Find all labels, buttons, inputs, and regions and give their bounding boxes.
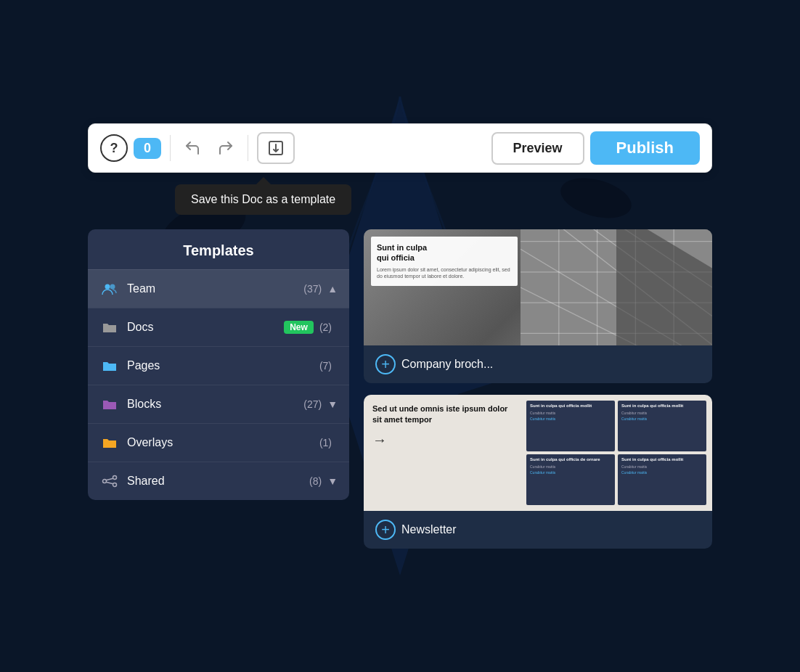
svg-point-6: [110, 284, 115, 290]
docs-count: (2): [319, 321, 332, 333]
blocks-folder-icon: [99, 394, 120, 414]
undo-button[interactable]: [179, 135, 205, 161]
svg-point-8: [113, 476, 117, 480]
content-row: Templates Team (37) ▲: [88, 229, 712, 549]
team-arrow: ▲: [327, 283, 338, 295]
shared-label: Shared: [127, 475, 309, 488]
brochure-add-button[interactable]: +: [375, 354, 396, 374]
brochure-building: [521, 229, 712, 345]
cell-3-title: Sunt in culpa qui officia de ornare: [530, 457, 611, 463]
notification-badge[interactable]: 0: [134, 138, 161, 159]
newsletter-add-button[interactable]: +: [375, 520, 396, 540]
team-count: (37): [303, 283, 322, 295]
cell-2-body: Curabitur mattis: [621, 411, 703, 416]
sidebar-item-blocks[interactable]: Blocks (27) ▼: [88, 385, 349, 423]
templates-title: Templates: [88, 229, 349, 269]
pages-folder-icon: [99, 356, 120, 376]
brochure-card-title: Sunt in culpaqui officia: [377, 242, 512, 263]
team-label: Team: [127, 282, 303, 295]
templates-panel: Templates Team (37) ▲: [88, 229, 349, 500]
brochure-card-body: Lorem ipsum dolor sit amet, consectetur …: [377, 266, 512, 281]
newsletter-cell-3: Sunt in culpa qui officia de ornare Cura…: [526, 454, 615, 505]
publish-button[interactable]: Publish: [590, 131, 700, 165]
undo-redo-group: [179, 135, 239, 161]
svg-point-7: [103, 480, 107, 483]
shared-icon: [99, 471, 120, 491]
blocks-arrow: ▼: [327, 398, 338, 410]
tooltip-container: Save this Doc as a template: [175, 184, 351, 215]
brochure-footer: + Company broch...: [364, 345, 712, 383]
newsletter-cell-4: Sunt in culpa qui officia mollit Curabit…: [618, 454, 706, 505]
newsletter-cell-2: Sunt in culpa qui officia mollit Curabit…: [618, 401, 706, 451]
preview-button[interactable]: Preview: [491, 132, 584, 165]
save-tooltip: Save this Doc as a template: [175, 184, 351, 215]
docs-new-badge: New: [284, 321, 314, 334]
main-container: ? 0 Previe: [88, 123, 712, 549]
toolbar-divider-1: [170, 135, 171, 161]
cell-1-link: Curabitur mattis: [530, 417, 611, 421]
brochure-name: Company broch...: [401, 358, 493, 371]
svg-point-5: [105, 284, 110, 290]
toolbar-divider-2: [248, 135, 248, 161]
overlays-folder-icon: [99, 433, 120, 453]
cell-4-link: Curabitur mattis: [621, 470, 703, 475]
newsletter-footer: + Newsletter: [364, 511, 712, 549]
svg-point-9: [113, 483, 117, 487]
overlays-label: Overlays: [127, 436, 319, 449]
newsletter-cell-1: Sunt in culpa qui officia mollit Curabit…: [526, 401, 615, 451]
shared-arrow: ▼: [327, 475, 338, 487]
cell-3-body: Curabitur mattis: [530, 464, 611, 470]
svg-line-10: [106, 478, 113, 480]
redo-button[interactable]: [213, 135, 239, 161]
help-button[interactable]: ?: [100, 134, 128, 162]
sidebar-item-shared[interactable]: Shared (8) ▼: [88, 462, 349, 500]
template-card-newsletter[interactable]: Sed ut unde omnis iste ipsum dolor sit a…: [364, 395, 712, 549]
sidebar-item-team[interactable]: Team (37) ▲: [88, 269, 349, 308]
blocks-count: (27): [303, 398, 322, 410]
sidebar-item-pages[interactable]: Pages (7): [88, 346, 349, 385]
brochure-text-overlay: Sunt in culpaqui officia Lorem ipsum dol…: [371, 237, 518, 286]
pages-label: Pages: [127, 359, 319, 372]
newsletter-title: Sed ut unde omnis iste ipsum dolor sit a…: [372, 403, 512, 426]
newsletter-arrow-icon: →: [372, 432, 512, 448]
blocks-label: Blocks: [127, 398, 303, 411]
save-template-button[interactable]: [257, 132, 295, 164]
cell-2-link: Curabitur mattis: [621, 417, 703, 421]
sidebar-item-overlays[interactable]: Overlays (1): [88, 423, 349, 462]
svg-line-11: [106, 482, 113, 484]
brochure-preview: Sunt in culpaqui officia Lorem ipsum dol…: [364, 229, 712, 345]
cell-3-link: Curabitur mattis: [530, 470, 611, 475]
team-icon: [99, 279, 120, 299]
template-cards: Sunt in culpaqui officia Lorem ipsum dol…: [364, 229, 712, 549]
shared-count: (8): [309, 475, 322, 487]
cell-1-title: Sunt in culpa qui officia mollit: [530, 403, 611, 409]
cell-4-body: Curabitur mattis: [621, 464, 703, 470]
toolbar: ? 0 Previe: [88, 123, 712, 173]
cell-4-title: Sunt in culpa qui officia mollit: [621, 457, 703, 463]
docs-label: Docs: [127, 321, 284, 334]
cell-2-title: Sunt in culpa qui officia mollit: [621, 403, 703, 409]
overlays-count: (1): [319, 437, 332, 448]
pages-count: (7): [319, 360, 332, 372]
newsletter-preview: Sed ut unde omnis iste ipsum dolor sit a…: [364, 395, 712, 511]
sidebar-item-docs[interactable]: Docs New (2): [88, 308, 349, 346]
newsletter-name: Newsletter: [401, 523, 457, 536]
newsletter-left: Sed ut unde omnis iste ipsum dolor sit a…: [364, 395, 521, 511]
docs-folder-icon: [99, 317, 120, 337]
newsletter-right: Sunt in culpa qui officia mollit Curabit…: [521, 395, 712, 511]
template-card-brochure[interactable]: Sunt in culpaqui officia Lorem ipsum dol…: [364, 229, 712, 383]
brochure-content: Sunt in culpaqui officia Lorem ipsum dol…: [364, 229, 712, 345]
cell-1-body: Curabitur mattis: [530, 411, 611, 416]
